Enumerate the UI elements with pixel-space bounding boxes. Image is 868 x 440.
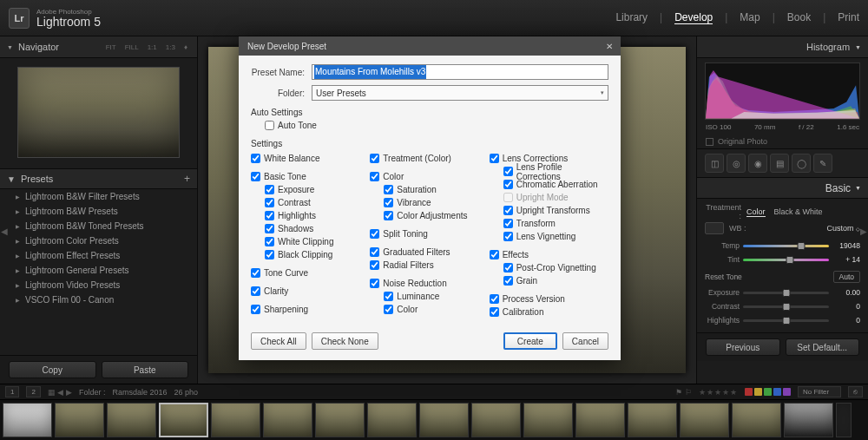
film-thumb[interactable] (784, 403, 833, 437)
exposure-slider[interactable] (743, 292, 829, 294)
histogram[interactable] (705, 62, 860, 120)
treatment-color[interactable]: Color (746, 207, 766, 217)
film-thumb[interactable] (471, 403, 521, 437)
color-labels[interactable] (745, 388, 791, 396)
graduated-filters-checkbox[interactable]: Graduated Filters (370, 246, 489, 259)
film-thumb[interactable] (367, 403, 417, 437)
auto-tone-button[interactable]: Auto (833, 271, 861, 283)
highlights-value[interactable]: 0 (832, 316, 860, 325)
create-button[interactable]: Create (503, 332, 557, 350)
histogram-header[interactable]: Histogram ▼ (697, 36, 868, 58)
film-thumb[interactable] (523, 403, 573, 437)
filmstrip[interactable] (0, 399, 868, 440)
film-thumb[interactable] (419, 403, 469, 437)
exposure-value[interactable]: 0.00 (832, 288, 860, 297)
treatment-checkbox[interactable]: Treatment (Color) (370, 152, 489, 165)
film-thumb-selected[interactable] (159, 403, 208, 437)
preset-folder[interactable]: ▶Lightroom B&W Toned Presets (0, 219, 197, 233)
chromatic-aberration-checkbox[interactable]: Chromatic Aberration (503, 178, 608, 191)
contrast-value[interactable]: 0 (832, 302, 860, 311)
film-thumb[interactable] (575, 403, 625, 437)
wb-dropdown[interactable]: Custom ◇ (752, 224, 861, 233)
film-thumb[interactable] (732, 403, 781, 437)
white-balance-checkbox[interactable]: White Balance (251, 152, 370, 165)
shadows-checkbox[interactable]: Shadows (265, 222, 370, 235)
tint-value[interactable]: + 14 (832, 255, 860, 264)
preset-name-input[interactable]: Mountains From Molehills v3 (312, 64, 608, 80)
copy-button[interactable]: Copy (9, 361, 96, 378)
basic-header[interactable]: Basic ▼ (697, 178, 868, 199)
flag-icons[interactable]: ⚑ ⚐ (675, 388, 692, 397)
zoom-fit[interactable]: FIT (103, 43, 119, 52)
cancel-button[interactable]: Cancel (562, 332, 608, 350)
treatment-bw[interactable]: Black & White (774, 207, 823, 217)
spot-tool-icon[interactable]: ◎ (727, 154, 746, 173)
film-thumb[interactable] (55, 403, 104, 437)
white-clipping-checkbox[interactable]: White Clipping (265, 235, 370, 248)
grid-2-button[interactable]: 2 (26, 386, 40, 397)
reset-tone-button[interactable]: Reset Tone (705, 273, 742, 281)
preset-folder[interactable]: ▶VSCO Film 00 - Canon (0, 292, 197, 307)
left-panel-toggle[interactable]: ◀ (0, 223, 9, 239)
film-thumb[interactable] (263, 403, 312, 437)
set-default-button[interactable]: Set Default... (786, 338, 860, 356)
film-thumb[interactable] (107, 403, 156, 437)
paste-button[interactable]: Paste (102, 361, 189, 378)
effects-checkbox[interactable]: Effects (490, 248, 608, 261)
filter-lock-icon[interactable]: ⎋ (848, 386, 863, 397)
navigator-header[interactable]: ▼ Navigator FIT FILL 1:1 1:3 ♦ (0, 36, 197, 58)
vibrance-checkbox[interactable]: Vibrance (384, 196, 489, 209)
basic-tone-checkbox[interactable]: Basic Tone (251, 170, 370, 183)
nav-book[interactable]: Book (787, 11, 811, 24)
black-clipping-checkbox[interactable]: Black Clipping (265, 248, 370, 261)
saturation-checkbox[interactable]: Saturation (384, 183, 489, 196)
close-icon[interactable]: ✕ (603, 40, 615, 52)
radial-filters-checkbox[interactable]: Radial Filters (370, 259, 489, 272)
crop-tool-icon[interactable]: ◫ (705, 154, 724, 173)
film-thumb[interactable] (3, 403, 52, 437)
luminance-checkbox[interactable]: Luminance (384, 290, 489, 303)
nav-develop[interactable]: Develop (674, 11, 713, 24)
preset-folder[interactable]: ▶Lightroom General Presets (0, 263, 197, 278)
radial-tool-icon[interactable]: ◯ (792, 154, 811, 173)
noise-color-checkbox[interactable]: Color (384, 303, 489, 316)
tone-curve-checkbox[interactable]: Tone Curve (251, 266, 370, 279)
post-crop-vignetting-checkbox[interactable]: Post-Crop Vignetting (503, 261, 608, 274)
zoom-menu-icon[interactable]: ♦ (181, 43, 190, 52)
upright-transforms-checkbox[interactable]: Upright Transforms (503, 204, 608, 217)
film-thumb[interactable] (680, 403, 729, 437)
previous-button[interactable]: Previous (706, 338, 780, 356)
film-thumb[interactable] (836, 403, 852, 437)
zoom-fill[interactable]: FILL (122, 43, 141, 52)
nav-library[interactable]: Library (615, 11, 648, 24)
preset-folder[interactable]: ▶Lightroom Video Presets (0, 278, 197, 292)
gradient-tool-icon[interactable]: ▤ (770, 154, 789, 173)
temp-value[interactable]: 19048 (832, 241, 860, 250)
color-checkbox[interactable]: Color (370, 170, 489, 183)
rating-stars[interactable]: ★★★★★ (699, 388, 738, 397)
preset-folder[interactable]: ▶Lightroom Color Presets (0, 233, 197, 248)
original-photo-checkbox[interactable] (706, 138, 713, 146)
check-none-button[interactable]: Check None (312, 332, 378, 350)
nav-map[interactable]: Map (740, 11, 760, 24)
process-version-checkbox[interactable]: Process Version (490, 292, 608, 305)
transform-checkbox[interactable]: Transform (503, 217, 608, 230)
check-all-button[interactable]: Check All (251, 332, 306, 350)
add-preset-icon[interactable]: + (184, 173, 190, 185)
preset-folder[interactable]: ▶Lightroom B&W Presets (0, 204, 197, 219)
folder-dropdown[interactable]: User Presets▾ (312, 85, 608, 101)
presets-header[interactable]: ▼ Presets + (0, 168, 197, 189)
preset-folder[interactable]: ▶Lightroom Effect Presets (0, 248, 197, 263)
contrast-slider[interactable] (743, 305, 829, 308)
nav-arrows-icon[interactable]: ▦ ◀ ▶ (48, 388, 72, 397)
lens-vignetting-checkbox[interactable]: Lens Vignetting (503, 230, 608, 243)
calibration-checkbox[interactable]: Calibration (490, 305, 608, 319)
contrast-checkbox[interactable]: Contrast (265, 196, 370, 209)
split-toning-checkbox[interactable]: Split Toning (370, 227, 489, 240)
highlights-slider[interactable] (743, 319, 829, 322)
brush-tool-icon[interactable]: ✎ (813, 154, 832, 173)
color-adjustments-checkbox[interactable]: Color Adjustments (384, 209, 489, 222)
tint-slider[interactable] (743, 259, 829, 261)
navigator-preview[interactable] (17, 67, 180, 158)
zoom-1-1[interactable]: 1:1 (145, 43, 160, 52)
